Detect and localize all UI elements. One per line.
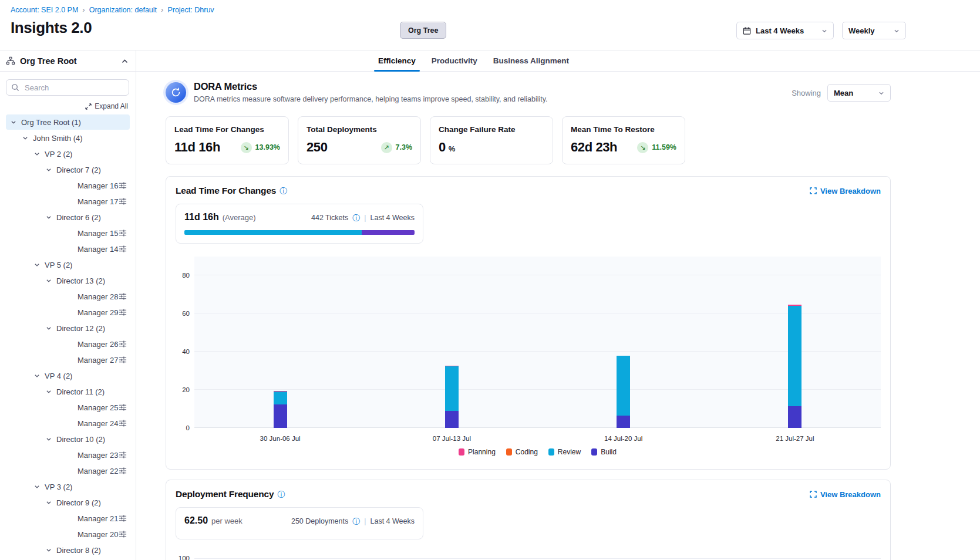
granularity-select[interactable]: Weekly xyxy=(842,22,906,39)
tree-item-label: VP 5 (2) xyxy=(45,261,72,269)
tree-item[interactable]: Manager 26 xyxy=(6,336,130,352)
divider: | xyxy=(364,214,366,222)
trend-badge: ↘13.93% xyxy=(241,142,280,153)
legend-item-build[interactable]: Build xyxy=(591,448,617,456)
y-axis-tick: 20 xyxy=(172,386,190,393)
lead-time-xaxis: 30 Jun-06 Jul07 Jul-13 Jul14 Jul-20 Jul2… xyxy=(194,428,881,444)
chart-bar[interactable] xyxy=(445,366,459,428)
tree-item-label: Org Tree Root (1) xyxy=(21,118,81,127)
filter-sliders-icon[interactable] xyxy=(119,245,130,253)
tree-item[interactable]: Manager 25 xyxy=(6,400,130,415)
metric-label: Total Deployments xyxy=(307,125,412,134)
info-icon[interactable]: ⓘ xyxy=(279,187,287,195)
info-icon[interactable]: ⓘ xyxy=(352,518,360,525)
filter-sliders-icon[interactable] xyxy=(119,197,130,205)
filter-sliders-icon[interactable] xyxy=(119,467,130,475)
tree-item[interactable]: VP 4 (2) xyxy=(6,368,130,383)
filter-sliders-icon[interactable] xyxy=(119,181,130,190)
tree-item[interactable]: Director 11 (2) xyxy=(6,384,130,399)
bar-segment-review xyxy=(617,356,630,416)
filter-sliders-icon[interactable] xyxy=(119,451,130,459)
filter-sliders-icon[interactable] xyxy=(119,229,130,237)
tree-item[interactable]: Director 10 (2) xyxy=(6,431,130,447)
tree-item[interactable]: Manager 14 xyxy=(6,241,130,257)
trend-value: 13.93% xyxy=(255,143,280,151)
chevron-down-icon xyxy=(34,484,45,490)
showing-select[interactable]: Mean xyxy=(827,84,891,102)
trend-badge: ↘11.59% xyxy=(637,142,676,153)
view-breakdown-label: View Breakdown xyxy=(820,490,881,499)
tree-item[interactable]: VP 3 (2) xyxy=(6,479,130,494)
bar-segment-build xyxy=(617,416,630,428)
tree-item[interactable]: Manager 15 xyxy=(6,225,130,241)
trend-value: 7.3% xyxy=(396,143,413,151)
chart-bar[interactable] xyxy=(274,391,287,428)
collapse-sidebar-icon[interactable] xyxy=(122,59,128,63)
legend-item-planning[interactable]: Planning xyxy=(459,448,496,456)
breadcrumb: Account: SEI 2.0 PM›Organization: defaul… xyxy=(11,6,980,14)
tree-item[interactable]: Manager 28 xyxy=(6,289,130,304)
chevron-down-icon xyxy=(46,389,56,394)
expand-all-link[interactable]: Expand All xyxy=(85,102,128,110)
summary-range: Last 4 Weeks xyxy=(370,214,415,222)
expand-breakdown-icon xyxy=(810,491,817,498)
tree-item[interactable]: Manager 23 xyxy=(6,447,130,463)
lead-time-header: Lead Time For Changes ⓘ View Breakdown xyxy=(176,185,881,196)
tree-item[interactable]: Director 7 (2) xyxy=(6,162,130,177)
view-breakdown-link[interactable]: View Breakdown xyxy=(810,490,881,499)
tree-item[interactable]: Manager 16 xyxy=(6,178,130,193)
tree-item[interactable]: Manager 17 xyxy=(6,194,130,209)
dora-header-text: DORA Metrics DORA metrics measure softwa… xyxy=(194,81,548,103)
search-input[interactable] xyxy=(6,79,129,96)
tree-item[interactable]: VP 2 (2) xyxy=(6,146,130,161)
tree-item-label: Director 8 (2) xyxy=(56,546,101,555)
chevron-down-icon xyxy=(34,373,45,379)
tree-item[interactable]: Director 13 (2) xyxy=(6,273,130,288)
legend-item-coding[interactable]: Coding xyxy=(506,448,538,456)
x-axis-label: 21 Jul-27 Jul xyxy=(776,435,814,442)
filter-sliders-icon[interactable] xyxy=(119,403,130,411)
breadcrumb-link[interactable]: Organization: default xyxy=(89,6,157,14)
tree-item[interactable]: Manager 21 xyxy=(6,511,130,526)
tree-item[interactable]: Director 9 (2) xyxy=(6,495,130,510)
breadcrumb-link[interactable]: Account: SEI 2.0 PM xyxy=(11,6,78,14)
date-range-select[interactable]: Last 4 Weeks xyxy=(736,22,834,39)
showing-label: Showing xyxy=(792,89,821,97)
info-icon[interactable]: ⓘ xyxy=(277,491,285,498)
tree-item[interactable]: Director 6 (2) xyxy=(6,210,130,225)
tree-item[interactable]: Manager 29 xyxy=(6,305,130,320)
tree-item[interactable]: Director 12 (2) xyxy=(6,321,130,336)
filter-sliders-icon[interactable] xyxy=(119,514,130,522)
legend-item-review[interactable]: Review xyxy=(548,448,581,456)
filter-sliders-icon[interactable] xyxy=(119,356,130,364)
org-tree-button[interactable]: Org Tree xyxy=(400,22,446,39)
tree-item[interactable]: Manager 22 xyxy=(6,463,130,478)
gridline xyxy=(194,558,881,559)
metric-value-row: 11d 16h↘13.93% xyxy=(174,140,280,155)
filter-sliders-icon[interactable] xyxy=(119,292,130,301)
deployment-chart-top: 100 xyxy=(194,555,881,560)
filter-sliders-icon[interactable] xyxy=(119,530,130,538)
view-breakdown-link[interactable]: View Breakdown xyxy=(810,187,881,195)
tree-item[interactable]: Director 8 (2) xyxy=(6,542,130,558)
tab-productivity[interactable]: Productivity xyxy=(432,50,477,71)
info-icon[interactable]: ⓘ xyxy=(352,214,360,222)
tab-business-alignment[interactable]: Business Alignment xyxy=(493,50,569,71)
metric-value: 62d 23h xyxy=(571,140,617,155)
tree-item[interactable]: Manager 27 xyxy=(6,352,130,367)
tree-item-label: Director 6 (2) xyxy=(56,213,101,222)
tree-item[interactable]: VP 5 (2) xyxy=(6,257,130,272)
filter-sliders-icon[interactable] xyxy=(119,419,130,427)
breadcrumb-link[interactable]: Project: Dhruv xyxy=(167,6,214,14)
tab-efficiency[interactable]: Efficiency xyxy=(378,50,416,71)
tree-item[interactable]: Manager 24 xyxy=(6,416,130,431)
tree-item-label: Manager 15 xyxy=(78,229,118,238)
tree-item[interactable]: Org Tree Root (1) xyxy=(6,114,130,130)
tickets-count: 442 Tickets xyxy=(311,214,348,222)
filter-sliders-icon[interactable] xyxy=(119,340,130,348)
filter-sliders-icon[interactable] xyxy=(119,308,130,316)
chart-bar[interactable] xyxy=(788,305,801,428)
tree-item[interactable]: Manager 20 xyxy=(6,527,130,542)
chart-bar[interactable] xyxy=(617,356,630,428)
tree-item[interactable]: John Smith (4) xyxy=(6,130,130,146)
